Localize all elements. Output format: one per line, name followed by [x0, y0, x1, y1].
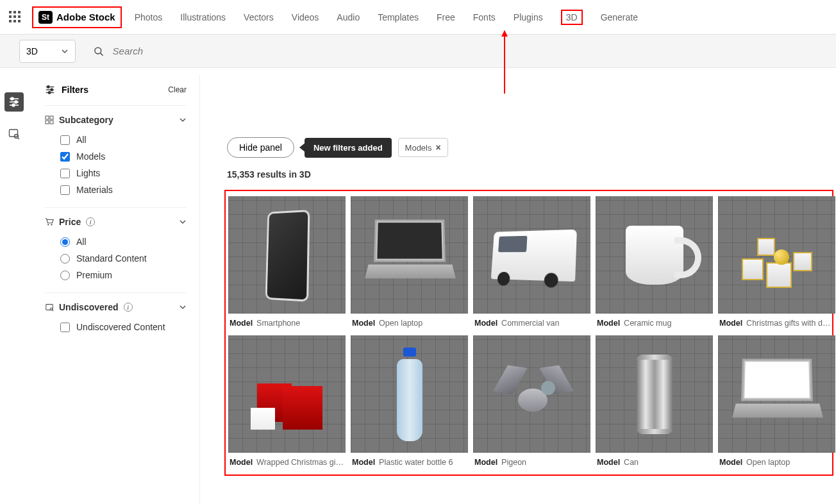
svg-rect-17: [46, 116, 49, 119]
category-select[interactable]: 3D: [19, 40, 76, 63]
result-caption: ModelCan: [596, 453, 713, 469]
nav-link-plugins[interactable]: Plugins: [514, 10, 543, 25]
section-toggle-subcategory[interactable]: Subcategory: [45, 115, 187, 125]
filters-rail-button[interactable]: [4, 92, 24, 112]
nav-link-3d[interactable]: 3D: [561, 10, 583, 25]
filter-input[interactable]: [60, 323, 70, 332]
result-name: Ceramic mug: [624, 319, 671, 328]
result-card: ModelOpen laptop: [351, 196, 468, 330]
filter-option-all[interactable]: All: [45, 233, 187, 250]
hide-panel-button[interactable]: Hide panel: [227, 137, 294, 158]
results-content: Hide panel New filters added Models × 15…: [205, 74, 836, 476]
filter-option-lights[interactable]: Lights: [45, 165, 187, 181]
apps-grid-icon[interactable]: [9, 11, 22, 24]
result-caption: ModelCeramic mug: [596, 314, 713, 330]
svg-rect-18: [50, 116, 53, 119]
svg-point-3: [11, 97, 13, 100]
result-card: ModelPlastic water bottle 6: [351, 335, 468, 469]
price-label: Price: [59, 217, 81, 227]
svg-point-7: [12, 104, 15, 106]
section-toggle-price[interactable]: Price i: [45, 217, 187, 227]
nav-links: PhotosIllustrationsVectorsVideosAudioTem…: [135, 10, 638, 25]
result-type: Model: [352, 458, 375, 467]
cart-icon: [45, 217, 54, 226]
info-icon[interactable]: i: [86, 217, 95, 226]
svg-rect-23: [46, 305, 53, 310]
nav-link-templates[interactable]: Templates: [378, 10, 419, 25]
filter-option-label: Premium: [76, 270, 112, 280]
filter-option-all[interactable]: All: [45, 131, 187, 148]
chevron-down-icon: [179, 116, 187, 124]
filters-heading: Filters: [45, 85, 88, 95]
filter-input[interactable]: [60, 135, 70, 145]
result-thumbnail[interactable]: [351, 335, 468, 453]
section-toggle-undiscovered[interactable]: Undiscovered i: [45, 302, 187, 312]
filter-section-undiscovered: Undiscovered i Undiscovered Content: [45, 292, 187, 344]
result-thumbnail[interactable]: [228, 335, 346, 453]
svg-line-25: [52, 310, 53, 311]
nav-link-free[interactable]: Free: [437, 10, 455, 25]
result-caption: ModelSmartphone: [228, 314, 346, 330]
filter-section-subcategory: Subcategory AllModelsLightsMaterials: [45, 105, 187, 207]
result-type: Model: [597, 319, 620, 328]
filter-option-label: Standard Content: [76, 253, 147, 264]
nav-link-videos[interactable]: Videos: [292, 10, 319, 25]
svg-point-24: [50, 308, 53, 310]
svg-line-10: [18, 138, 19, 139]
nav-link-generate[interactable]: Generate: [601, 10, 638, 25]
result-thumbnail[interactable]: [473, 196, 590, 314]
filter-option-materials[interactable]: Materials: [45, 181, 187, 198]
filter-option-label: Models: [76, 151, 105, 162]
svg-point-16: [48, 92, 51, 94]
result-thumbnail[interactable]: [473, 335, 590, 453]
result-type: Model: [230, 319, 253, 328]
visual-search-rail-button[interactable]: [4, 124, 24, 144]
filter-input[interactable]: [60, 237, 70, 247]
filter-input[interactable]: [60, 152, 70, 162]
brand-logo[interactable]: St Adobe Stock: [32, 6, 122, 28]
new-filters-tooltip: New filters added: [305, 138, 392, 158]
filter-input[interactable]: [60, 254, 70, 264]
nav-link-illustrations[interactable]: Illustrations: [180, 10, 226, 25]
nav-link-vectors[interactable]: Vectors: [244, 10, 274, 25]
result-caption: ModelOpen laptop: [351, 314, 468, 330]
search-input[interactable]: [113, 46, 826, 56]
nav-link-photos[interactable]: Photos: [135, 10, 163, 25]
close-icon[interactable]: ×: [436, 142, 441, 153]
result-thumbnail[interactable]: [596, 335, 713, 453]
active-filter-chip-models[interactable]: Models ×: [398, 138, 448, 157]
filter-option-label: Materials: [76, 185, 113, 195]
result-name: Open laptop: [746, 458, 790, 467]
results-count: 15,353 results in 3D: [205, 158, 836, 180]
result-thumbnail[interactable]: [228, 196, 346, 314]
result-caption: ModelChristmas gifts with decora...: [718, 314, 835, 330]
results-grid-annotation-box: ModelSmartphoneModelOpen laptopModelComm…: [224, 190, 833, 476]
filter-option-standard-content[interactable]: Standard Content: [45, 250, 187, 267]
svg-rect-20: [50, 121, 53, 124]
result-name: Pigeon: [501, 458, 526, 467]
filter-option-label: All: [76, 135, 87, 145]
result-name: Wrapped Christmas gifts 1: [256, 458, 344, 467]
filter-input[interactable]: [60, 271, 70, 280]
result-type: Model: [230, 458, 253, 467]
result-thumbnail[interactable]: [718, 335, 835, 453]
filter-option-premium[interactable]: Premium: [45, 267, 187, 283]
filters-sidebar: Filters Clear Subcategory AllModelsLight…: [36, 74, 200, 504]
result-type: Model: [597, 458, 620, 467]
filter-option-models[interactable]: Models: [45, 148, 187, 165]
filter-option-undiscovered-content[interactable]: Undiscovered Content: [45, 319, 187, 335]
info-icon[interactable]: i: [124, 303, 133, 312]
filter-input[interactable]: [60, 185, 70, 195]
clear-filters-link[interactable]: Clear: [168, 85, 187, 94]
result-thumbnail[interactable]: [596, 196, 713, 314]
filter-input[interactable]: [60, 169, 70, 178]
result-type: Model: [474, 319, 497, 328]
result-thumbnail[interactable]: [351, 196, 468, 314]
undiscovered-label: Undiscovered: [59, 302, 119, 312]
nav-link-audio[interactable]: Audio: [337, 10, 360, 25]
chip-label: Models: [405, 143, 432, 153]
result-thumbnail[interactable]: [718, 196, 835, 314]
nav-link-fonts[interactable]: Fonts: [473, 10, 496, 25]
search-box[interactable]: [83, 40, 836, 63]
svg-point-22: [51, 224, 52, 225]
